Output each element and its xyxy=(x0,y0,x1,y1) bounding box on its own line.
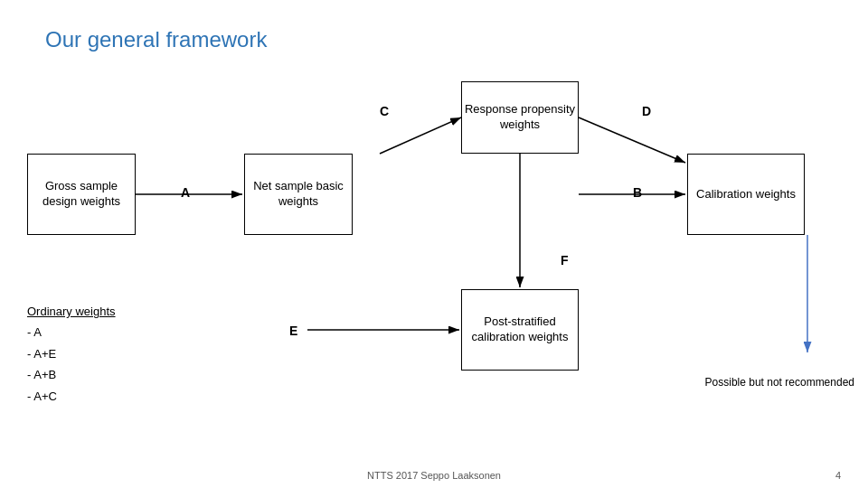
weights-heading: Ordinary weights xyxy=(27,305,116,318)
weights-item-2: - A+E xyxy=(27,343,116,364)
diagram: Gross sample design weights Net sample b… xyxy=(0,54,868,434)
box-post: Post-stratified calibration weights xyxy=(461,289,579,371)
weights-item-4: - A+C xyxy=(27,386,116,407)
box-gross: Gross sample design weights xyxy=(27,154,136,235)
label-C: C xyxy=(380,104,389,118)
svg-line-4 xyxy=(579,117,685,163)
label-F: F xyxy=(561,253,569,267)
label-D: D xyxy=(642,104,651,118)
recommendation-note: Possible but not recommended xyxy=(705,376,854,389)
box-response: Response propensity weights xyxy=(461,81,579,154)
label-A: A xyxy=(181,185,190,200)
weights-item-1: - A xyxy=(27,322,116,343)
svg-line-3 xyxy=(380,117,461,154)
page-number: 4 xyxy=(835,470,841,481)
weights-item-3: - A+B xyxy=(27,364,116,385)
label-E: E xyxy=(289,324,297,338)
slide: Our general framework Gross sample desig… xyxy=(0,0,868,488)
label-B: B xyxy=(633,185,642,200)
footer-text: NTTS 2017 Seppo Laaksonen xyxy=(367,470,501,481)
box-calibration: Calibration weights xyxy=(687,154,805,235)
box-net: Net sample basic weights xyxy=(244,154,353,235)
page-title: Our general framework xyxy=(45,27,850,52)
weights-list: Ordinary weights - A - A+E - A+B - A+C xyxy=(27,301,116,407)
